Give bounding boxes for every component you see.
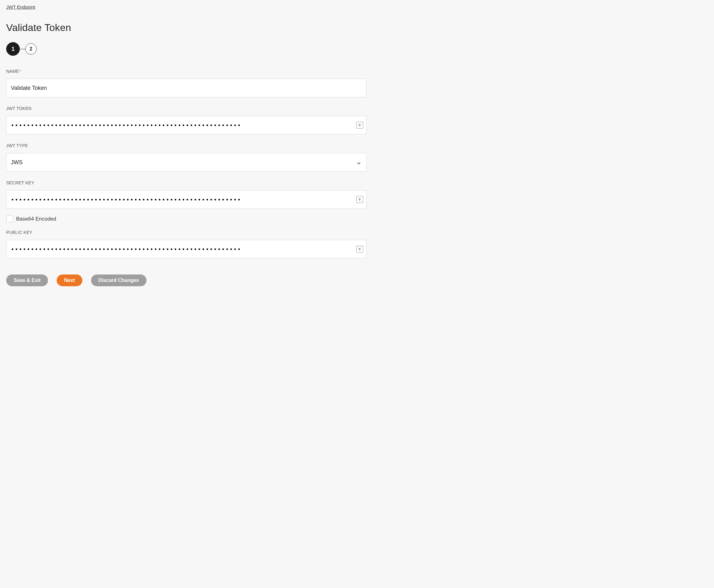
jwt-token-masked: ••••••••••••••••••••••••••••••••••••••••… [11, 122, 241, 129]
chevron-down-icon [356, 161, 361, 166]
required-star: * [19, 69, 21, 74]
jwt-token-input[interactable]: ••••••••••••••••••••••••••••••••••••••••… [6, 116, 367, 134]
name-label: NAME* [6, 69, 367, 74]
base64-label: Base64 Encoded [16, 216, 56, 222]
field-name: NAME* [6, 69, 367, 97]
wizard-stepper: 1 2 [6, 42, 367, 56]
save-exit-button[interactable]: Save & Exit [6, 274, 48, 286]
secret-key-input[interactable]: ••••••••••••••••••••••••••••••••••••••••… [6, 190, 367, 209]
jwt-type-select[interactable]: JWS [6, 153, 367, 172]
page-title: Validate Token [6, 22, 367, 34]
page-container: JWT Endpoint Validate Token 1 2 NAME* JW… [0, 0, 373, 296]
jwt-type-value: JWS [11, 159, 23, 166]
public-key-label: PUBLIC KEY [6, 230, 367, 235]
public-key-input[interactable]: ••••••••••••••••••••••••••••••••••••••••… [6, 240, 367, 258]
base64-checkbox[interactable] [6, 216, 13, 223]
jwt-token-label: JWT TOKEN [6, 106, 367, 111]
next-button[interactable]: Next [57, 274, 82, 286]
secret-key-masked: ••••••••••••••••••••••••••••••••••••••••… [11, 196, 241, 203]
field-jwt-token: JWT TOKEN ••••••••••••••••••••••••••••••… [6, 106, 367, 134]
base64-checkbox-row[interactable]: Base64 Encoded [6, 216, 367, 223]
step-2[interactable]: 2 [25, 43, 37, 55]
secret-key-label: SECRET KEY [6, 180, 367, 185]
field-secret-key: SECRET KEY •••••••••••••••••••••••••••••… [6, 180, 367, 209]
field-jwt-type: JWT TYPE JWS [6, 143, 367, 172]
jwt-type-label: JWT TYPE [6, 143, 367, 148]
discard-button[interactable]: Discard Changes [91, 274, 147, 286]
name-label-text: NAME [6, 69, 19, 74]
variable-picker-icon[interactable]: V [356, 196, 363, 203]
field-public-key: PUBLIC KEY •••••••••••••••••••••••••••••… [6, 230, 367, 258]
breadcrumb-link[interactable]: JWT Endpoint [6, 4, 35, 9]
footer-buttons: Save & Exit Next Discard Changes [6, 274, 367, 286]
variable-picker-icon[interactable]: V [356, 246, 363, 252]
variable-picker-icon[interactable]: V [356, 122, 363, 129]
name-input[interactable] [6, 79, 367, 97]
step-1[interactable]: 1 [6, 42, 20, 56]
public-key-masked: ••••••••••••••••••••••••••••••••••••••••… [11, 246, 241, 252]
